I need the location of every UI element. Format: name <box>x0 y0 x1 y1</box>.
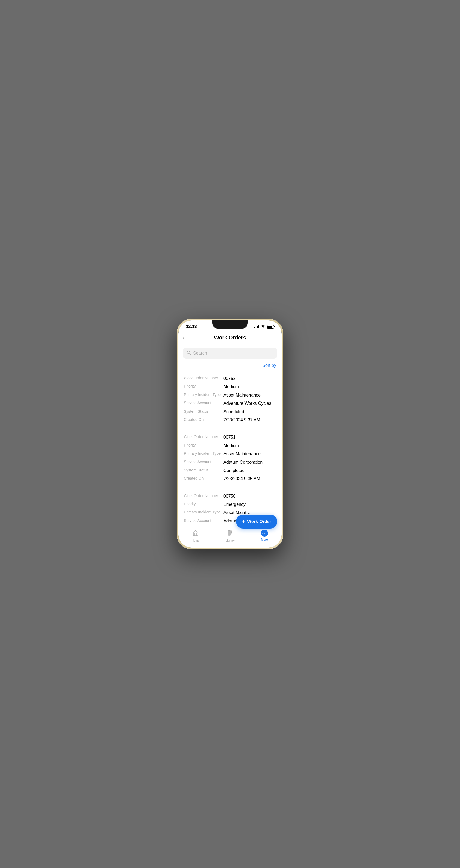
field-label: Service Account <box>184 518 223 524</box>
search-container: Search <box>178 344 282 362</box>
nav-item-home[interactable]: Home <box>178 530 213 542</box>
more-icon: ••• <box>261 530 268 537</box>
field-row: Created On 7/23/2024 9:37 AM <box>184 416 276 424</box>
work-orders-list[interactable]: Work Order Number 00752 Priority Medium … <box>178 370 282 527</box>
field-value: 7/23/2024 9:37 AM <box>223 417 276 423</box>
field-value: Medium <box>223 384 276 390</box>
field-row: Work Order Number 00752 <box>184 374 276 383</box>
field-row: Work Order Number 00750 <box>184 492 276 500</box>
field-value: Asset Maintenance <box>223 392 276 398</box>
field-label: Primary Incident Type <box>184 392 223 398</box>
fab-label: Work Order <box>247 519 271 524</box>
field-row: Priority Emergency <box>184 500 276 508</box>
field-row: Service Account Adatum Corporation <box>184 458 276 466</box>
field-label: System Status <box>184 468 223 473</box>
field-row: Primary Incident Type Asset Maintenance <box>184 391 276 399</box>
field-label: Priority <box>184 443 223 448</box>
field-value: 00751 <box>223 434 276 440</box>
field-row: Service Account Adventure Works Cycles <box>184 399 276 407</box>
phone-frame: 12:13 <box>177 319 283 549</box>
sort-by-button[interactable]: Sort by <box>262 363 276 368</box>
home-icon <box>192 530 199 538</box>
work-order-card[interactable]: Work Order Number 00751 Priority Medium … <box>178 429 282 488</box>
field-value: Asset Maintenance <box>223 451 276 457</box>
page-title: Work Orders <box>214 335 246 341</box>
signal-icon <box>254 325 259 328</box>
field-label: Created On <box>184 417 223 423</box>
nav-item-more[interactable]: ••• More <box>247 530 282 542</box>
field-value: 00750 <box>223 493 276 499</box>
search-icon <box>187 350 191 356</box>
field-value: Medium <box>223 443 276 449</box>
notch <box>212 320 248 329</box>
svg-line-1 <box>190 353 191 354</box>
field-row: System Status Scheduled <box>184 408 276 416</box>
field-value: Adatum Corporation <box>223 459 276 465</box>
phone-screen: 12:13 <box>178 320 282 548</box>
nav-label-more: More <box>261 538 268 541</box>
field-row: System Status Completed <box>184 466 276 475</box>
field-value: Scheduled <box>223 409 276 415</box>
nav-item-library[interactable]: Library <box>213 530 247 542</box>
search-bar[interactable]: Search <box>183 348 277 359</box>
create-work-order-button[interactable]: + Work Order <box>236 515 277 528</box>
field-row: Priority Medium <box>184 442 276 450</box>
battery-icon <box>267 325 274 329</box>
field-label: Priority <box>184 501 223 507</box>
field-label: Service Account <box>184 459 223 465</box>
phone-inner: 12:13 <box>178 320 282 548</box>
back-button[interactable]: ‹ <box>183 334 185 341</box>
fab-plus-icon: + <box>242 518 245 525</box>
field-row: Primary Incident Type Asset Maintenance <box>184 450 276 458</box>
sort-bar: Sort by <box>178 362 282 370</box>
field-row: Work Order Number 00751 <box>184 433 276 441</box>
field-value: 00752 <box>223 376 276 381</box>
field-label: Priority <box>184 384 223 389</box>
field-label: System Status <box>184 409 223 414</box>
svg-rect-3 <box>229 530 230 535</box>
svg-rect-2 <box>228 530 228 535</box>
nav-label-library: Library <box>225 539 235 542</box>
field-row: Created On 7/23/2024 9:35 AM <box>184 475 276 483</box>
nav-label-home: Home <box>191 539 200 542</box>
field-value: Emergency <box>223 501 276 507</box>
library-icon <box>227 530 233 538</box>
field-value: Adventure Works Cycles <box>223 400 276 406</box>
field-value: 7/23/2024 9:35 AM <box>223 476 276 482</box>
status-time: 12:13 <box>186 324 197 329</box>
status-icons <box>254 325 274 329</box>
field-label: Service Account <box>184 400 223 406</box>
work-order-card[interactable]: Work Order Number 00752 Priority Medium … <box>178 370 282 429</box>
field-value: Completed <box>223 468 276 474</box>
field-label: Work Order Number <box>184 434 223 440</box>
bottom-nav: Home Library ••• More <box>178 527 282 548</box>
field-label: Primary Incident Type <box>184 451 223 456</box>
field-label: Primary Incident Type <box>184 510 223 515</box>
field-label: Work Order Number <box>184 493 223 499</box>
field-row: Priority Medium <box>184 383 276 391</box>
field-label: Work Order Number <box>184 376 223 381</box>
search-placeholder: Search <box>193 351 207 355</box>
page-header: ‹ Work Orders <box>178 331 282 344</box>
field-label: Created On <box>184 476 223 481</box>
wifi-icon <box>261 325 265 329</box>
